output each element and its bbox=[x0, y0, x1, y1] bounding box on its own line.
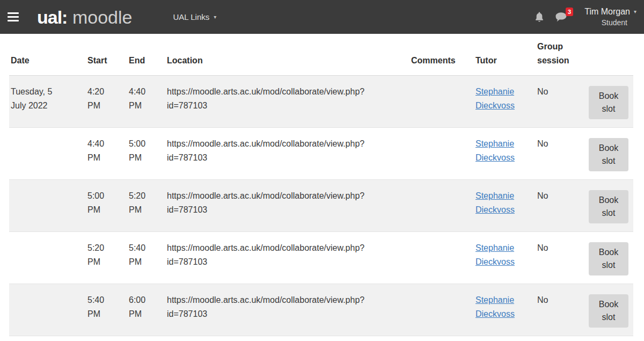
end-cell: 5:20 PM bbox=[127, 179, 165, 231]
tutor-link[interactable]: Stephanie Dieckvoss bbox=[475, 87, 515, 110]
unread-messages-badge: 3 bbox=[566, 8, 573, 16]
bell-icon bbox=[534, 11, 545, 23]
book-slot-button[interactable]: Book slot bbox=[589, 138, 628, 171]
date-column-header: Date bbox=[9, 34, 86, 75]
tutor-link[interactable]: Stephanie Dieckvoss bbox=[475, 139, 515, 162]
comments-cell bbox=[409, 75, 474, 127]
notifications-button[interactable] bbox=[534, 11, 545, 23]
tutor-column-header: Tutor bbox=[474, 34, 536, 75]
table-row: 5:40 PM 6:00 PM https://moodle.arts.ac.u… bbox=[9, 284, 633, 336]
location-cell: https://moodle.arts.ac.uk/mod/collaborat… bbox=[165, 127, 409, 179]
table-row: 5:00 PM 5:20 PM https://moodle.arts.ac.u… bbox=[9, 179, 633, 231]
chevron-down-icon: ▾ bbox=[214, 14, 216, 20]
table-header-row: Date Start End Location Comments Tutor G… bbox=[9, 34, 633, 75]
user-role: Student bbox=[584, 18, 627, 27]
tutor-link[interactable]: Stephanie Dieckvoss bbox=[475, 243, 515, 266]
end-column-header: End bbox=[127, 34, 165, 75]
user-menu[interactable]: Tim Morgan ▾ Student bbox=[584, 7, 636, 27]
top-navbar: ual: moodle UAL Links ▾ 3 Tim Morgan ▾ S… bbox=[0, 0, 644, 34]
table-row: Tuesday, 5 July 2022 4:20 PM 4:40 PM htt… bbox=[9, 75, 633, 127]
start-cell: 5:40 PM bbox=[86, 284, 127, 336]
date-cell bbox=[9, 127, 86, 179]
comments-cell bbox=[409, 127, 474, 179]
group-session-column-header: Group session bbox=[536, 34, 587, 75]
comments-cell bbox=[409, 179, 474, 231]
user-caret-icon: ▾ bbox=[634, 9, 636, 14]
tutor-link[interactable]: Stephanie Dieckvoss bbox=[475, 191, 515, 214]
group-session-cell: No bbox=[536, 179, 587, 231]
table-row: 4:40 PM 5:00 PM https://moodle.arts.ac.u… bbox=[9, 127, 633, 179]
start-cell: 5:00 PM bbox=[86, 179, 127, 231]
comments-cell bbox=[409, 284, 474, 336]
booking-slots-table: Date Start End Location Comments Tutor G… bbox=[9, 34, 633, 336]
group-session-cell: No bbox=[536, 231, 587, 284]
group-session-cell: No bbox=[536, 127, 587, 179]
group-session-cell: No bbox=[536, 284, 587, 336]
comments-column-header: Comments bbox=[409, 34, 474, 75]
start-cell: 4:40 PM bbox=[86, 127, 127, 179]
location-cell: https://moodle.arts.ac.uk/mod/collaborat… bbox=[165, 284, 409, 336]
location-cell: https://moodle.arts.ac.uk/mod/collaborat… bbox=[165, 179, 409, 231]
ual-links-label: UAL Links bbox=[173, 12, 209, 21]
date-cell bbox=[9, 179, 86, 231]
location-cell: https://moodle.arts.ac.uk/mod/collaborat… bbox=[165, 75, 409, 127]
tutor-link[interactable]: Stephanie Dieckvoss bbox=[475, 295, 515, 318]
start-column-header: Start bbox=[86, 34, 127, 75]
brand-moodle: moodle bbox=[72, 7, 133, 27]
ual-links-dropdown[interactable]: UAL Links ▾ bbox=[173, 12, 216, 21]
main-content: Date Start End Location Comments Tutor G… bbox=[0, 34, 644, 336]
location-column-header: Location bbox=[165, 34, 409, 75]
date-cell bbox=[9, 231, 86, 284]
brand-logo[interactable]: ual: moodle bbox=[37, 8, 132, 26]
book-slot-button[interactable]: Book slot bbox=[589, 242, 628, 275]
end-cell: 5:00 PM bbox=[127, 127, 165, 179]
end-cell: 6:00 PM bbox=[127, 284, 165, 336]
hamburger-menu-icon[interactable] bbox=[4, 9, 22, 25]
table-row: 5:20 PM 5:40 PM https://moodle.arts.ac.u… bbox=[9, 231, 633, 284]
comments-cell bbox=[409, 231, 474, 284]
start-cell: 5:20 PM bbox=[86, 231, 127, 284]
date-cell bbox=[9, 284, 86, 336]
book-slot-button[interactable]: Book slot bbox=[589, 190, 628, 223]
start-cell: 4:20 PM bbox=[86, 75, 127, 127]
book-slot-button[interactable]: Book slot bbox=[589, 86, 628, 119]
book-slot-button[interactable]: Book slot bbox=[589, 294, 628, 328]
messages-button[interactable]: 3 bbox=[554, 11, 567, 23]
actions-column-header bbox=[587, 34, 633, 75]
end-cell: 4:40 PM bbox=[127, 75, 165, 127]
end-cell: 5:40 PM bbox=[127, 231, 165, 284]
brand-ual: ual: bbox=[37, 7, 67, 27]
date-cell: Tuesday, 5 July 2022 bbox=[9, 75, 86, 127]
location-cell: https://moodle.arts.ac.uk/mod/collaborat… bbox=[165, 231, 409, 284]
group-session-cell: No bbox=[536, 75, 587, 127]
slots-table-body: Tuesday, 5 July 2022 4:20 PM 4:40 PM htt… bbox=[9, 75, 633, 336]
user-name: Tim Morgan bbox=[584, 7, 630, 17]
